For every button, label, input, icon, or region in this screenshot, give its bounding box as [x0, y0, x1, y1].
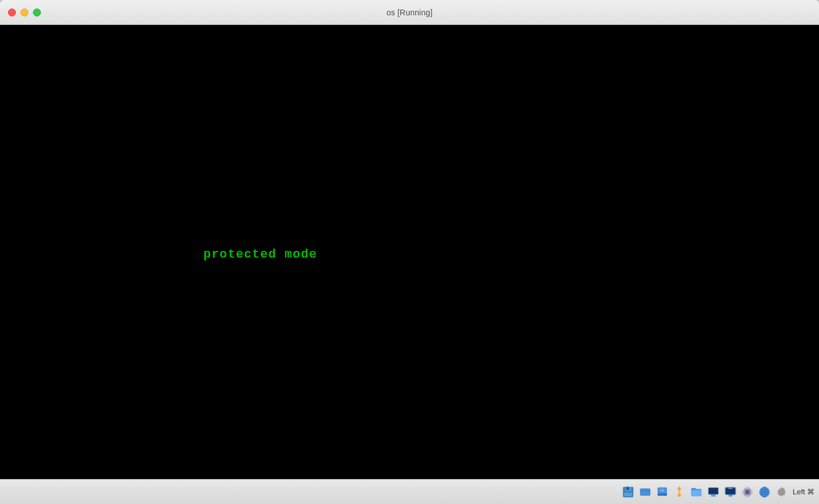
- svg-rect-33: [751, 492, 753, 493]
- traffic-lights: [8, 9, 41, 16]
- svg-rect-10: [660, 489, 664, 492]
- svg-rect-11: [661, 494, 663, 495]
- svg-rect-21: [728, 488, 732, 489]
- svg-rect-32: [751, 490, 753, 492]
- optical-drive-icon[interactable]: [637, 484, 653, 500]
- minimize-button[interactable]: [20, 9, 28, 16]
- shared-folder-icon[interactable]: [688, 484, 704, 500]
- keyboard-capture-label: Left ⌘: [793, 488, 814, 496]
- display-icon[interactable]: [705, 484, 721, 500]
- vm-screen[interactable]: protected mode: [0, 25, 819, 479]
- virtualbox-window: os [Running] protected mode: [0, 0, 819, 504]
- svg-rect-7: [640, 490, 651, 491]
- svg-rect-4: [640, 488, 650, 495]
- svg-rect-29: [748, 495, 749, 497]
- svg-rect-27: [748, 486, 749, 488]
- svg-rect-22: [728, 494, 732, 495]
- svg-rect-31: [742, 492, 744, 493]
- terminal-output: protected mode: [203, 247, 317, 262]
- save-snapshot-icon[interactable]: [620, 484, 636, 500]
- svg-rect-17: [711, 495, 716, 496]
- close-button[interactable]: [8, 9, 16, 16]
- window-title: os [Running]: [386, 8, 432, 17]
- shared-clipboard-icon[interactable]: [722, 484, 738, 500]
- svg-rect-30: [742, 490, 744, 492]
- svg-rect-15: [708, 488, 718, 494]
- svg-rect-13: [678, 490, 680, 494]
- maximize-button[interactable]: [33, 9, 41, 16]
- preferences-icon[interactable]: [774, 484, 789, 500]
- svg-rect-3: [624, 492, 632, 495]
- svg-rect-26: [746, 486, 747, 488]
- svg-rect-28: [746, 495, 747, 497]
- toolbar: Left ⌘: [0, 479, 819, 504]
- network-icon[interactable]: [654, 484, 670, 500]
- svg-rect-23: [729, 495, 732, 496]
- svg-rect-25: [745, 490, 749, 494]
- titlebar: os [Running]: [0, 0, 819, 25]
- usb-icon[interactable]: [671, 484, 687, 500]
- internet-icon[interactable]: [757, 484, 772, 500]
- svg-rect-16: [711, 494, 715, 495]
- cpu-icon[interactable]: [739, 484, 755, 500]
- svg-point-12: [678, 493, 681, 497]
- svg-rect-2: [626, 486, 629, 490]
